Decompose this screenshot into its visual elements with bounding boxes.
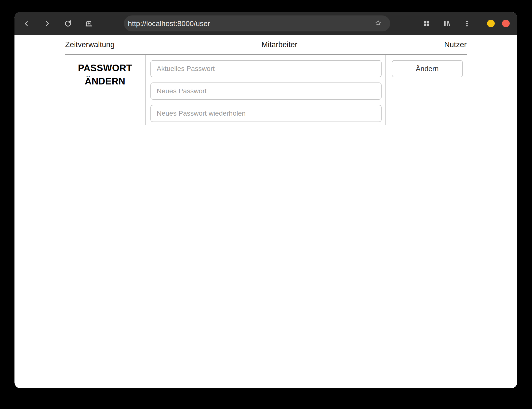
current-password-input[interactable] [150, 60, 382, 77]
reload-button[interactable] [63, 18, 73, 29]
kebab-menu-icon [464, 20, 470, 27]
repeat-new-password-input[interactable] [150, 105, 382, 122]
change-password-button[interactable]: Ändern [392, 60, 463, 77]
minimize-button[interactable] [487, 20, 495, 27]
menu-button[interactable] [462, 18, 472, 29]
nav-item-zeitverwaltung[interactable]: Zeitverwaltung [65, 40, 115, 49]
library-button[interactable] [441, 18, 452, 29]
chevron-left-icon [23, 20, 30, 27]
open-tabs-button[interactable] [421, 18, 432, 29]
fields-column [145, 55, 386, 125]
browser-toolbar: http://localhost:8000/user [14, 12, 517, 35]
new-password-input[interactable] [150, 82, 382, 100]
star-icon [374, 19, 382, 28]
page-content: Zeitverwaltung Mitarbeiter Nutzer PASSWO… [14, 35, 517, 388]
nav-item-nutzer[interactable]: Nutzer [444, 40, 466, 49]
desktop-background: { "browser": { "toolbar": { "url": "http… [0, 0, 532, 409]
chevron-right-icon [43, 20, 51, 27]
page-title-line1: PASSWORT [65, 61, 145, 75]
page-title: PASSWORT ÄNDERN [65, 61, 145, 88]
forward-button[interactable] [42, 18, 53, 29]
main-nav: Zeitverwaltung Mitarbeiter Nutzer [65, 35, 467, 55]
password-change-section: PASSWORT ÄNDERN Ändern [65, 55, 467, 125]
url-bar[interactable]: http://localhost:8000/user [124, 15, 390, 31]
bookmark-button[interactable] [373, 19, 383, 28]
library-icon [443, 20, 450, 27]
new-tab-button[interactable] [83, 18, 94, 29]
action-column: Ändern [386, 55, 467, 125]
reload-icon [64, 20, 72, 27]
nav-item-mitarbeiter[interactable]: Mitarbeiter [261, 40, 297, 49]
grid-icon [423, 20, 430, 27]
page-title-line2: ÄNDERN [65, 75, 145, 88]
browser-window: http://localhost:8000/user [14, 12, 517, 388]
close-button[interactable] [502, 20, 510, 27]
url-text: http://localhost:8000/user [128, 19, 378, 28]
title-column: PASSWORT ÄNDERN [65, 55, 145, 125]
back-button[interactable] [21, 18, 32, 29]
new-tab-icon [85, 20, 93, 27]
